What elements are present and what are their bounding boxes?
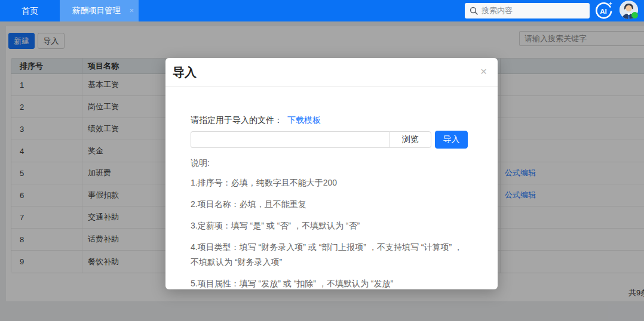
file-path-input[interactable]	[191, 131, 390, 148]
ai-assistant-button[interactable]: AI +	[594, 1, 613, 20]
tab-home[interactable]: 首页	[6, 0, 54, 21]
dialog-import-button[interactable]: 导入	[435, 131, 468, 149]
import-notes: 说明: 1.排序号：必填，纯数字且不能大于200 2.项目名称：必填，且不能重复…	[191, 158, 470, 291]
import-dialog-body: 请指定用于导入的文件：下载模板 浏览 导入 说明: 1.排序号：必填，纯数字且不…	[165, 87, 498, 289]
salary-project-management-page: { "topbar": { "home_tab": "首页", "active_…	[0, 0, 644, 321]
note-line: 5.项目属性：填写 “发放” 或 “扣除” ，不填默认为 “发放”	[191, 276, 470, 291]
import-dialog: 导入 × 请指定用于导入的文件：下载模板 浏览 导入 说明: 1.排序号：必填，…	[165, 58, 498, 289]
tab-salary-project-management[interactable]: 薪酬项目管理 ×	[60, 0, 139, 21]
online-status-dot	[631, 12, 638, 18]
topbar: 首页 薪酬项目管理 × 搜索内容 AI +	[0, 0, 644, 21]
global-search-placeholder: 搜索内容	[482, 5, 513, 16]
download-template-link[interactable]: 下载模板	[287, 115, 321, 125]
tab-label: 薪酬项目管理	[72, 6, 121, 15]
tab-close-icon[interactable]: ×	[129, 0, 134, 21]
file-select-label: 请指定用于导入的文件：	[191, 115, 283, 125]
note-line: 4.项目类型：填写 “财务录入项” 或 “部门上报项” ，不支持填写 “计算项”…	[191, 240, 470, 270]
import-dialog-header: 导入 ×	[165, 58, 498, 87]
global-search-input[interactable]: 搜索内容	[465, 3, 590, 18]
ai-icon: AI +	[594, 1, 613, 20]
svg-text:+: +	[609, 1, 612, 7]
note-line: 1.排序号：必填，纯数字且不能大于200	[191, 175, 470, 190]
svg-text:AI: AI	[600, 8, 607, 15]
close-icon[interactable]: ×	[480, 64, 487, 79]
search-icon	[470, 7, 478, 15]
dialog-title: 导入	[173, 64, 197, 81]
notes-title: 说明:	[191, 158, 470, 169]
note-line: 3.定薪项：填写 “是” 或 “否” ，不填默认为 “否”	[191, 218, 470, 233]
note-line: 2.项目名称：必填，且不能重复	[191, 197, 470, 212]
browse-button[interactable]: 浏览	[390, 131, 431, 148]
